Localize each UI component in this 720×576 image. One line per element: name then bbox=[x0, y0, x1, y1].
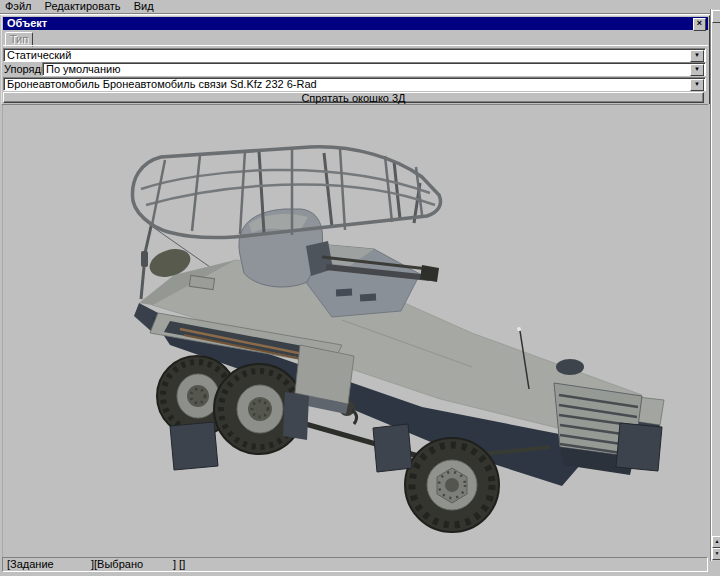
scroll-up-button[interactable]: ▲ bbox=[712, 536, 720, 548]
type-select-value: Статический bbox=[7, 49, 691, 61]
window-title: Объект bbox=[7, 17, 47, 29]
scroll-down-button[interactable]: ▼ bbox=[712, 548, 720, 560]
close-button[interactable]: × bbox=[693, 18, 706, 31]
menu-item-file[interactable]: Фэйл bbox=[0, 0, 37, 13]
tab-row: Тип bbox=[3, 31, 708, 45]
menu-item-edit[interactable]: Редактировать bbox=[40, 0, 126, 13]
status-bar: [Задание ][Выбрано ] [] bbox=[2, 557, 708, 572]
chevron-down-icon: ▼ bbox=[694, 66, 700, 72]
status-task: [Задание bbox=[7, 558, 54, 570]
object-window-titlebar[interactable]: Объект × bbox=[3, 17, 708, 30]
viewport-3d[interactable] bbox=[2, 104, 708, 557]
vehicle-3d-preview bbox=[2, 105, 708, 557]
status-tail: ] [] bbox=[173, 558, 185, 570]
chevron-down-icon: ▼ bbox=[694, 52, 700, 58]
vertical-scrollbar[interactable]: ▲ ▼ bbox=[710, 9, 720, 561]
hide-3d-button[interactable]: Спрятать окошко 3Д bbox=[3, 92, 704, 103]
type-select[interactable]: Статический ▼ bbox=[3, 48, 706, 62]
object-select[interactable]: Бронеавтомобиль Бронеавтомобиль связи Sd… bbox=[3, 77, 706, 91]
app-window: Фэйл Редактировать Вид Объект × Тип Стат… bbox=[0, 0, 720, 576]
status-selected: ][Выбрано bbox=[91, 558, 143, 570]
menu-item-view[interactable]: Вид bbox=[129, 0, 159, 13]
chevron-down-icon: ▼ bbox=[694, 81, 700, 87]
arrow-up-icon: ▲ bbox=[715, 538, 720, 544]
tab-underline bbox=[3, 45, 708, 46]
order-select-dropdown-button[interactable]: ▼ bbox=[690, 64, 704, 76]
front-wheel bbox=[405, 438, 499, 532]
close-icon: × bbox=[697, 18, 702, 28]
arrow-down-icon: ▼ bbox=[715, 550, 720, 556]
object-select-value: Бронеавтомобиль Бронеавтомобиль связи Sd… bbox=[7, 78, 691, 90]
menu-bar: Фэйл Редактировать Вид bbox=[0, 0, 720, 14]
order-select-value: По умолчанию bbox=[46, 63, 691, 75]
order-select[interactable]: По умолчанию ▼ bbox=[42, 62, 706, 76]
scrollbar-thumb[interactable] bbox=[712, 10, 720, 23]
object-select-dropdown-button[interactable]: ▼ bbox=[690, 79, 704, 91]
type-select-dropdown-button[interactable]: ▼ bbox=[690, 50, 704, 62]
